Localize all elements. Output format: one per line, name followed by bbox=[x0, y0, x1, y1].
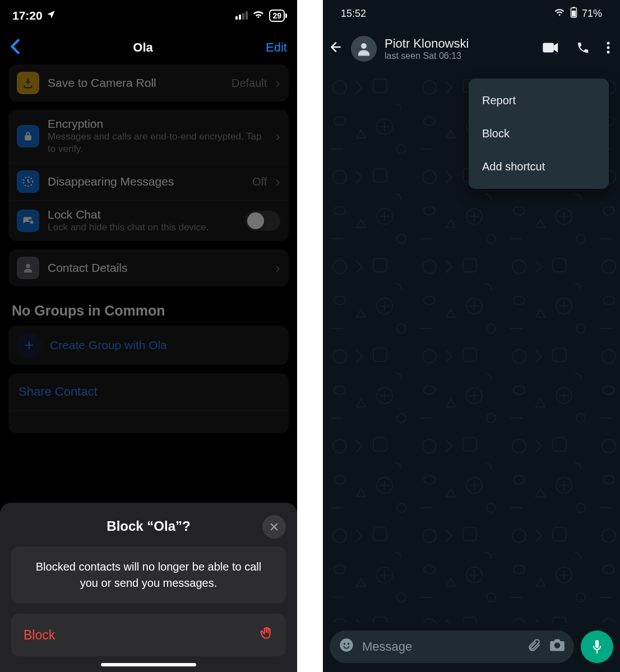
chevron-right-icon: › bbox=[275, 259, 280, 277]
sheet-message: Blocked contacts will no longer be able … bbox=[11, 546, 286, 604]
lock-chat-toggle[interactable] bbox=[246, 211, 280, 231]
svg-rect-3 bbox=[572, 7, 575, 8]
ios-panel: 17:20 29 Ola Edit Save to Camera Roll bbox=[0, 0, 297, 672]
menu-block[interactable]: Block bbox=[469, 117, 609, 150]
groups-header: No Groups in Common bbox=[8, 295, 289, 326]
wifi-icon bbox=[553, 7, 566, 20]
row-label: Save to Camera Roll bbox=[48, 76, 223, 90]
row-value: Off bbox=[252, 175, 267, 188]
svg-point-8 bbox=[607, 47, 610, 49]
row-label: Lock Chat bbox=[48, 208, 237, 221]
overflow-menu: Report Block Add shortcut bbox=[469, 78, 609, 189]
page-title: Ola bbox=[133, 40, 152, 55]
attach-icon[interactable] bbox=[527, 638, 542, 656]
person-icon bbox=[17, 257, 39, 279]
disappearing-row[interactable]: Disappearing Messages Off › bbox=[8, 163, 289, 201]
contact-avatar[interactable] bbox=[351, 36, 377, 62]
block-sheet: Block “Ola”? Blocked contacts will no lo… bbox=[0, 503, 297, 672]
battery-pct: 71% bbox=[582, 8, 602, 20]
mic-button[interactable] bbox=[581, 631, 613, 663]
battery-icon: 29 bbox=[269, 10, 285, 22]
row-label: Create Group with Ola bbox=[50, 339, 167, 352]
hand-icon bbox=[259, 626, 274, 644]
back-button[interactable] bbox=[328, 40, 343, 58]
hidden-row[interactable] bbox=[8, 411, 289, 433]
ios-time: 17:20 bbox=[12, 9, 43, 22]
svg-point-5 bbox=[361, 43, 367, 49]
home-indicator[interactable] bbox=[101, 663, 196, 666]
svg-point-16 bbox=[344, 643, 346, 645]
message-placeholder: Message bbox=[362, 639, 519, 654]
back-button[interactable] bbox=[10, 37, 20, 59]
edit-button[interactable]: Edit bbox=[266, 40, 287, 55]
save-camera-roll-row[interactable]: Save to Camera Roll Default › bbox=[8, 64, 289, 101]
svg-point-1 bbox=[26, 264, 30, 268]
wifi-icon bbox=[252, 9, 265, 22]
block-label: Block bbox=[24, 628, 55, 643]
input-bar: Message bbox=[330, 631, 613, 663]
contact-details-row[interactable]: Contact Details › bbox=[8, 249, 289, 286]
row-sub: Lock and hide this chat on this device. bbox=[48, 221, 237, 234]
svg-point-17 bbox=[348, 643, 350, 645]
cellular-icon bbox=[235, 11, 248, 20]
chat-header: Piotr Klonowski last seen Sat 06:13 bbox=[323, 27, 620, 71]
android-status-bar: 15:52 71% bbox=[323, 0, 620, 27]
block-button[interactable]: Block bbox=[11, 614, 286, 656]
chat-lock-icon bbox=[17, 210, 39, 232]
row-sub: Messages and calls are end-to-end encryp… bbox=[48, 131, 267, 155]
location-icon bbox=[46, 9, 56, 22]
row-label: Disappearing Messages bbox=[48, 175, 244, 188]
more-menu-button[interactable] bbox=[607, 41, 610, 57]
voice-call-button[interactable] bbox=[576, 41, 590, 57]
battery-icon bbox=[570, 7, 577, 21]
svg-point-9 bbox=[607, 51, 610, 54]
ios-settings-list: Save to Camera Roll Default › Encryption… bbox=[0, 64, 297, 433]
ios-nav-bar: Ola Edit bbox=[0, 31, 297, 64]
emoji-icon[interactable] bbox=[339, 637, 354, 656]
lock-icon bbox=[17, 125, 39, 147]
svg-rect-18 bbox=[595, 640, 599, 648]
menu-add-shortcut[interactable]: Add shortcut bbox=[469, 150, 609, 183]
chevron-right-icon: › bbox=[275, 75, 280, 92]
create-group-row[interactable]: + Create Group with Ola bbox=[8, 326, 289, 365]
row-label: Encryption bbox=[48, 117, 267, 131]
svg-point-7 bbox=[607, 42, 610, 45]
camera-icon[interactable] bbox=[549, 638, 565, 655]
android-panel: 15:52 71% Piotr Klonowski last seen Sat … bbox=[323, 0, 620, 672]
svg-rect-6 bbox=[543, 43, 554, 52]
plus-icon: + bbox=[17, 333, 41, 358]
row-value: Default bbox=[232, 77, 267, 90]
last-seen: last seen Sat 06:13 bbox=[385, 51, 535, 61]
sheet-title: Block “Ola”? bbox=[107, 518, 190, 534]
download-icon bbox=[17, 72, 39, 94]
video-call-button[interactable] bbox=[543, 41, 559, 56]
lock-chat-row[interactable]: Lock Chat Lock and hide this chat on thi… bbox=[8, 201, 289, 241]
android-time: 15:52 bbox=[341, 8, 366, 20]
menu-report[interactable]: Report bbox=[469, 84, 609, 117]
share-contact-row[interactable]: Share Contact bbox=[8, 373, 289, 411]
contact-name-box[interactable]: Piotr Klonowski last seen Sat 06:13 bbox=[385, 36, 535, 61]
divider bbox=[297, 0, 323, 672]
timer-icon bbox=[17, 170, 39, 193]
contact-name: Piotr Klonowski bbox=[385, 36, 535, 51]
close-button[interactable] bbox=[262, 515, 286, 539]
svg-rect-4 bbox=[572, 11, 576, 17]
message-input[interactable]: Message bbox=[330, 631, 574, 663]
row-label: Contact Details bbox=[48, 261, 267, 275]
chevron-right-icon: › bbox=[275, 173, 280, 191]
ios-status-bar: 17:20 29 bbox=[0, 0, 297, 31]
encryption-row[interactable]: Encryption Messages and calls are end-to… bbox=[8, 110, 289, 163]
chevron-right-icon: › bbox=[275, 128, 280, 145]
svg-point-15 bbox=[340, 638, 353, 651]
